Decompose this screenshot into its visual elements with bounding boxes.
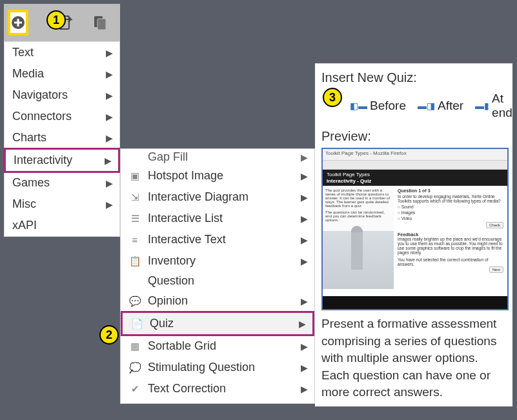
chevron-right-icon: ▶	[301, 152, 308, 163]
submenu-item-gapfill[interactable]: Gap Fill ▶	[121, 149, 314, 165]
insert-after-icon: ▬◨	[418, 101, 435, 111]
submenu-item-interactive-list[interactable]: ☰ Interactive List ▶	[121, 208, 314, 229]
menu-item-interactivity[interactable]: Interactivity▶	[4, 148, 120, 173]
menu-item-xapi[interactable]: xAPI	[5, 215, 119, 236]
insert-after-button[interactable]: ▬◨ After	[418, 99, 463, 113]
submenu-item-interactive-diagram[interactable]: ⇲ Interactive Diagram ▶	[121, 186, 314, 208]
interactive-text-icon: ≡	[128, 234, 141, 246]
menu-item-text[interactable]: Text▶	[5, 42, 119, 63]
menu-item-charts[interactable]: Charts▶	[5, 127, 119, 148]
interactive-list-icon: ☰	[128, 212, 141, 225]
chevron-right-icon: ▶	[301, 214, 308, 224]
menu-item-games[interactable]: Games▶	[5, 172, 119, 194]
annotation-1: 1	[46, 10, 66, 30]
menu-item-navigators[interactable]: Navigators▶	[5, 85, 119, 106]
preview-label: Preview:	[321, 129, 506, 144]
insert-atend-icon: ▬▮	[475, 101, 489, 111]
chevron-right-icon: ▶	[299, 319, 306, 329]
insert-before-icon: ◧▬	[350, 101, 367, 111]
preview-thumbnail: Toolkit Page Types - Mozilla Firefox Too…	[321, 148, 509, 310]
submenu-section-question: Question	[121, 272, 314, 290]
svg-rect-2	[14, 22, 22, 24]
add-button[interactable]	[8, 10, 28, 35]
stimulating-question-icon: 💭	[128, 361, 141, 374]
menu-item-misc[interactable]: Misc▶	[5, 194, 119, 215]
submenu-item-interactive-text[interactable]: ≡ Interactive Text ▶	[121, 229, 314, 250]
insert-panel: Insert New Quiz: ◧▬ Before ▬◨ After ▬▮ A…	[315, 63, 512, 406]
chevron-right-icon: ▶	[301, 256, 308, 266]
interactivity-submenu: Gap Fill ▶ ▣ Hotspot Image ▶ ⇲ Interacti…	[120, 148, 315, 404]
annotation-2: 2	[99, 325, 119, 345]
submenu-item-text-correction[interactable]: ✔ Text Correction ▶	[121, 378, 314, 399]
submenu-item-stimulating-question[interactable]: 💭 Stimulating Question ▶	[121, 357, 314, 378]
chevron-right-icon: ▶	[301, 235, 308, 245]
hotspot-image-icon: ▣	[128, 170, 141, 183]
preview-left-pane: The quiz provides the user with a series…	[323, 186, 394, 289]
preview-right-pane: Question 1 of 3 In order to develop enga…	[394, 186, 507, 289]
preview-tabbar	[323, 161, 507, 170]
chevron-right-icon: ▶	[301, 296, 308, 306]
inventory-icon: 📋	[128, 255, 141, 268]
opinion-icon: 💬	[128, 295, 141, 308]
gapfill-icon	[128, 151, 141, 164]
main-menu: Text▶ Media▶ Navigators▶ Connectors▶ Cha…	[4, 41, 120, 237]
submenu-item-opinion[interactable]: 💬 Opinion ▶	[121, 290, 314, 312]
chevron-right-icon: ▶	[106, 69, 113, 79]
chevron-right-icon: ▶	[301, 192, 308, 203]
chevron-right-icon: ▶	[105, 155, 112, 166]
insert-atend-button[interactable]: ▬▮ At end	[475, 92, 512, 120]
menu-item-media[interactable]: Media▶	[5, 63, 119, 85]
preview-next-button: Next	[489, 266, 503, 273]
copy-icon	[92, 14, 108, 31]
app-frame: 1 2 3 Text▶ Media▶ Navigators▶ Connector…	[4, 4, 513, 416]
annotation-3: 3	[323, 88, 342, 107]
text-correction-icon: ✔	[128, 383, 141, 395]
chevron-right-icon: ▶	[106, 133, 113, 143]
chevron-right-icon: ▶	[106, 178, 113, 188]
preview-window-title: Toolkit Page Types - Mozilla Firefox	[323, 149, 507, 161]
preview-bottom-bar	[323, 296, 507, 309]
submenu-item-hotspot-image[interactable]: ▣ Hotspot Image ▶	[121, 165, 314, 186]
preview-check-button: Check	[486, 222, 503, 228]
panel-title: Insert New Quiz:	[321, 70, 506, 85]
chevron-right-icon: ▶	[106, 199, 113, 210]
chevron-right-icon: ▶	[301, 363, 308, 373]
insert-position-row: ◧▬ Before ▬◨ After ▬▮ At end	[321, 92, 506, 120]
chevron-right-icon: ▶	[106, 90, 113, 101]
chevron-right-icon: ▶	[301, 341, 308, 352]
svg-rect-5	[97, 19, 106, 30]
chevron-right-icon: ▶	[106, 112, 113, 122]
chevron-right-icon: ▶	[301, 171, 308, 181]
chevron-right-icon: ▶	[301, 384, 308, 394]
submenu-item-sortable-grid[interactable]: ▦ Sortable Grid ▶	[121, 335, 314, 357]
quiz-icon: 📄	[130, 317, 143, 330]
interactive-diagram-icon: ⇲	[128, 191, 141, 204]
panel-description: Present a formative assessment comprisin…	[321, 315, 506, 401]
preview-header: Toolkit Page Types Interactivity - Quiz	[323, 170, 507, 186]
submenu-item-quiz[interactable]: 📄 Quiz ▶	[121, 311, 314, 336]
insert-before-button[interactable]: ◧▬ Before	[350, 99, 406, 113]
menu-item-connectors[interactable]: Connectors▶	[5, 106, 119, 127]
copy-button[interactable]	[92, 10, 108, 35]
plus-circle-icon	[10, 15, 26, 30]
sortable-grid-icon: ▦	[128, 340, 141, 353]
submenu-item-inventory[interactable]: 📋 Inventory ▶	[121, 250, 314, 272]
chevron-right-icon: ▶	[106, 48, 113, 58]
